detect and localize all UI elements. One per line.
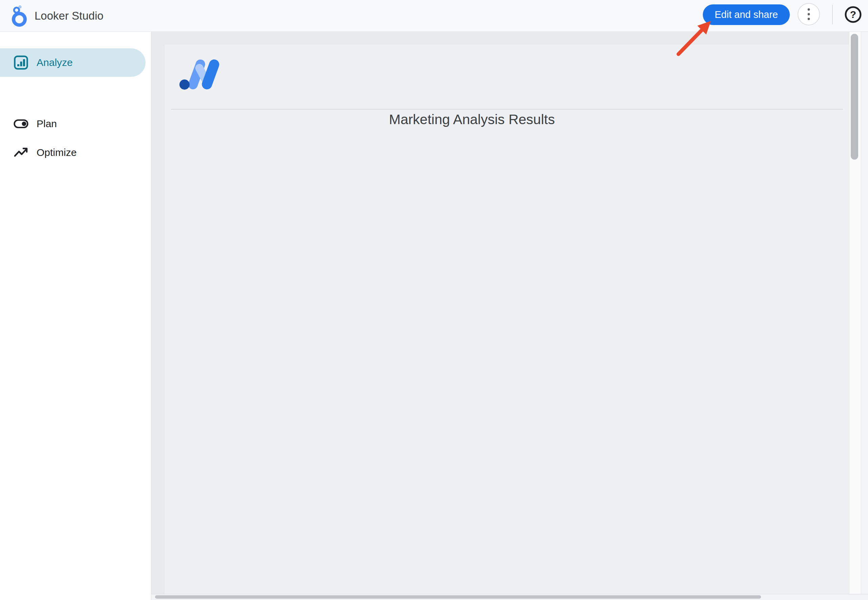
topbar-divider [832, 5, 833, 24]
vertical-scrollbar-thumb[interactable] [851, 34, 858, 160]
sidebar-item-label: Plan [36, 118, 57, 130]
sidebar-item-analyze[interactable]: Analyze [0, 48, 146, 77]
meridian-logo [178, 58, 220, 91]
vertical-dots-icon [807, 7, 811, 22]
looker-studio-logo-icon [9, 5, 30, 27]
sidebar-item-label: Analyze [36, 57, 73, 68]
sidebar-item-optimize[interactable]: Optimize [0, 138, 146, 167]
report-title: Marketing Analysis Results [389, 112, 555, 127]
looker-studio-screen: Looker Studio Edit and share ? [0, 0, 868, 600]
app-title: Looker Studio [35, 0, 103, 32]
header-divider [171, 109, 843, 109]
report-page: Marketing Analysis Results [165, 45, 849, 600]
top-app-bar: Looker Studio Edit and share ? [0, 0, 868, 32]
vertical-scrollbar-gutter [861, 32, 868, 595]
trending-up-icon [14, 145, 29, 160]
toggle-icon [14, 116, 29, 131]
sidebar-item-plan[interactable]: Plan [0, 109, 146, 138]
svg-text:?: ? [850, 9, 856, 20]
analytics-icon [14, 55, 29, 70]
sidebar-item-label: Optimize [36, 147, 76, 158]
help-icon[interactable]: ? [844, 6, 862, 23]
more-options-button[interactable] [798, 3, 820, 25]
left-sidebar: Analyze Plan Optimize [0, 32, 151, 600]
edit-and-share-button[interactable]: Edit and share [703, 5, 790, 25]
horizontal-scrollbar-thumb[interactable] [155, 595, 761, 598]
